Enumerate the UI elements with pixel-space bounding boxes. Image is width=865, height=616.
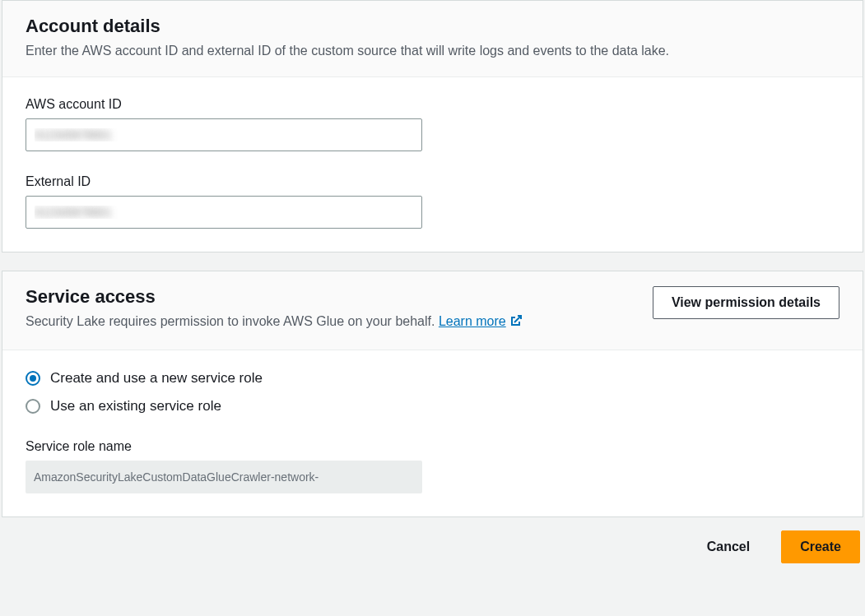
radio-indicator-unselected [26,399,40,414]
service-access-desc: Security Lake requires permission to inv… [26,313,653,332]
account-details-desc: Enter the AWS account ID and external ID… [26,42,839,60]
account-details-body: AWS account ID External ID [2,77,863,252]
service-access-title: Service access [26,286,653,308]
view-permission-details-button[interactable]: View permission details [653,286,839,319]
radio-use-existing-role[interactable]: Use an existing service role [26,398,839,415]
account-details-header: Account details Enter the AWS account ID… [2,1,863,77]
account-details-panel: Account details Enter the AWS account ID… [2,0,863,252]
account-details-title: Account details [26,16,839,37]
radio-new-label: Create and use a new service role [50,370,263,387]
cancel-button[interactable]: Cancel [689,530,768,563]
radio-existing-label: Use an existing service role [50,398,221,415]
radio-create-new-role[interactable]: Create and use a new service role [26,370,839,387]
learn-more-link[interactable]: Learn more [439,314,523,328]
service-access-header: Service access Security Lake requires pe… [2,271,863,350]
aws-account-id-input[interactable] [26,118,422,151]
service-access-desc-text: Security Lake requires permission to inv… [26,314,439,328]
service-role-radio-group: Create and use a new service role Use an… [26,370,839,415]
service-access-body: Create and use a new service role Use an… [2,350,863,516]
external-id-label: External ID [26,174,839,189]
external-link-icon [509,314,523,332]
aws-account-id-label: AWS account ID [26,97,839,112]
service-role-name-input[interactable] [26,461,422,493]
service-role-name-label: Service role name [26,439,839,454]
external-id-input[interactable] [26,196,422,229]
service-access-panel: Service access Security Lake requires pe… [2,271,863,516]
page-footer: Cancel Create [0,517,865,563]
radio-indicator-selected [26,371,40,386]
create-button[interactable]: Create [781,530,860,563]
